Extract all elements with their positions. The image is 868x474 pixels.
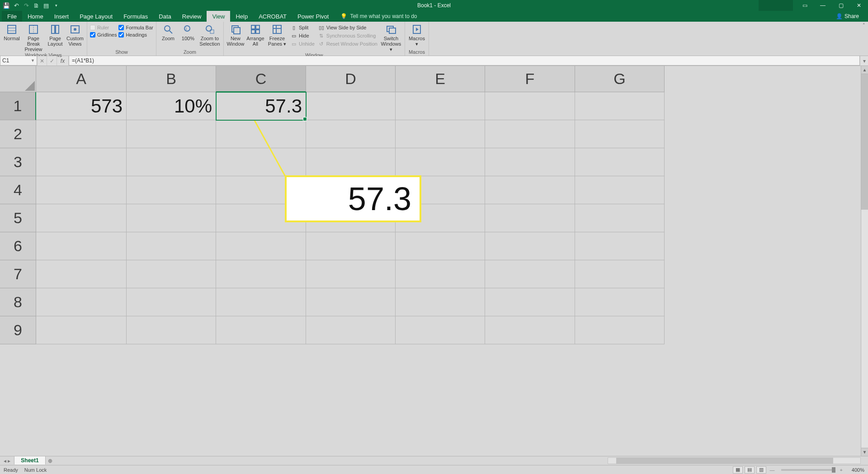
column-header-F[interactable]: F xyxy=(485,66,575,92)
vscroll-thumb[interactable] xyxy=(861,74,868,210)
cell-C8[interactable] xyxy=(216,288,306,316)
cell-C1[interactable]: 57.3 xyxy=(216,92,306,120)
expand-formula-bar-icon[interactable]: ▾ xyxy=(860,56,868,66)
select-all-corner[interactable] xyxy=(0,66,36,92)
tab-acrobat[interactable]: ACROBAT xyxy=(253,11,292,22)
row-header-5[interactable]: 5 xyxy=(0,204,36,232)
column-header-C[interactable]: C xyxy=(216,66,306,92)
account-button[interactable] xyxy=(759,0,793,11)
tab-view[interactable]: View xyxy=(207,11,230,22)
cell-D8[interactable] xyxy=(306,288,396,316)
vscroll-track[interactable] xyxy=(861,74,868,448)
cell-F6[interactable] xyxy=(485,232,575,260)
normal-view-status-button[interactable]: ▦ xyxy=(733,466,743,474)
cell-F7[interactable] xyxy=(485,260,575,288)
new-file-icon[interactable]: 🗎 xyxy=(33,2,40,9)
row-header-4[interactable]: 4 xyxy=(0,176,36,204)
cell-D6[interactable] xyxy=(306,232,396,260)
cell-A1[interactable]: 573 xyxy=(36,92,127,120)
cell-F2[interactable] xyxy=(485,120,575,148)
column-header-G[interactable]: G xyxy=(575,66,665,92)
cell-A7[interactable] xyxy=(36,260,127,288)
row-header-7[interactable]: 7 xyxy=(0,260,36,288)
cell-B1[interactable]: 10% xyxy=(127,92,216,120)
minimize-button[interactable]: — xyxy=(814,0,832,11)
cell-B4[interactable] xyxy=(127,176,216,204)
cell-G9[interactable] xyxy=(575,316,665,344)
synchronous-scrolling-button[interactable]: ⇅Synchronous Scrolling xyxy=(317,32,378,39)
split-button[interactable]: ▯Split xyxy=(290,24,316,31)
tab-review[interactable]: Review xyxy=(177,11,207,22)
cell-B3[interactable] xyxy=(127,148,216,176)
cell-D3[interactable] xyxy=(306,148,396,176)
cell-B9[interactable] xyxy=(127,316,216,344)
page-layout-view-button[interactable]: Page Layout xyxy=(46,23,64,47)
column-header-E[interactable]: E xyxy=(396,66,485,92)
grid[interactable]: ABCDEFG 123456789 57310%57.3 57.3 xyxy=(0,66,861,456)
cell-G5[interactable] xyxy=(575,204,665,232)
cell-E8[interactable] xyxy=(396,288,485,316)
tab-power-pivot[interactable]: Power Pivot xyxy=(292,11,334,22)
cell-F3[interactable] xyxy=(485,148,575,176)
ruler-checkbox[interactable]: Ruler xyxy=(90,25,117,30)
cell-A4[interactable] xyxy=(36,176,127,204)
collapse-ribbon-icon[interactable]: ˄ xyxy=(860,22,868,56)
hide-button[interactable]: ▭Hide xyxy=(290,32,316,39)
cell-D9[interactable] xyxy=(306,316,396,344)
row-header-6[interactable]: 6 xyxy=(0,232,36,260)
cell-E3[interactable] xyxy=(396,148,485,176)
cell-D7[interactable] xyxy=(306,260,396,288)
zoom-slider-knob[interactable] xyxy=(832,467,835,473)
reset-window-position-button[interactable]: ↺Reset Window Position xyxy=(317,40,378,47)
page-layout-status-button[interactable]: ▤ xyxy=(745,466,755,474)
cell-E2[interactable] xyxy=(396,120,485,148)
scroll-down-icon[interactable]: ▼ xyxy=(861,448,868,456)
cell-G1[interactable] xyxy=(575,92,665,120)
cell-B6[interactable] xyxy=(127,232,216,260)
sheet-tab-active[interactable]: Sheet1 xyxy=(14,456,45,465)
cell-B7[interactable] xyxy=(127,260,216,288)
column-header-B[interactable]: B xyxy=(127,66,216,92)
hscroll-thumb[interactable] xyxy=(616,458,833,464)
column-header-A[interactable]: A xyxy=(36,66,127,92)
cell-C9[interactable] xyxy=(216,316,306,344)
row-header-2[interactable]: 2 xyxy=(0,120,36,148)
cell-E9[interactable] xyxy=(396,316,485,344)
formula-input[interactable]: =(A1*B1) xyxy=(69,56,860,66)
qat-customize-icon[interactable]: ▾ xyxy=(52,2,60,9)
cell-A5[interactable] xyxy=(36,204,127,232)
tell-me-search[interactable]: 💡 Tell me what you want to do xyxy=(340,11,417,22)
touch-mode-icon[interactable]: ▤ xyxy=(42,2,50,9)
cell-F9[interactable] xyxy=(485,316,575,344)
zoom-out-button[interactable]: — xyxy=(770,467,775,473)
cell-D2[interactable] xyxy=(306,120,396,148)
cell-E7[interactable] xyxy=(396,260,485,288)
cell-G4[interactable] xyxy=(575,176,665,204)
cell-G2[interactable] xyxy=(575,120,665,148)
formula-cancel-button[interactable]: ✕ xyxy=(37,56,47,66)
redo-icon[interactable]: ↷ xyxy=(23,2,30,9)
cell-G8[interactable] xyxy=(575,288,665,316)
cell-E1[interactable] xyxy=(396,92,485,120)
tab-help[interactable]: Help xyxy=(230,11,253,22)
cell-B5[interactable] xyxy=(127,204,216,232)
zoom-percentage[interactable]: 400% xyxy=(844,467,864,473)
cell-G7[interactable] xyxy=(575,260,665,288)
scroll-up-icon[interactable]: ▲ xyxy=(861,66,868,74)
cell-G3[interactable] xyxy=(575,148,665,176)
normal-view-button[interactable]: Normal xyxy=(3,23,21,41)
name-box-dropdown-icon[interactable]: ▼ xyxy=(31,58,35,63)
formula-enter-button[interactable]: ✓ xyxy=(47,56,57,66)
view-side-by-side-button[interactable]: ▯▯View Side by Side xyxy=(317,24,378,31)
zoom-to-selection-button[interactable]: Zoom to Selection xyxy=(199,23,221,47)
custom-views-button[interactable]: Custom Views xyxy=(66,23,84,47)
cell-A3[interactable] xyxy=(36,148,127,176)
horizontal-scrollbar[interactable] xyxy=(608,457,861,464)
cell-F8[interactable] xyxy=(485,288,575,316)
tab-home[interactable]: Home xyxy=(22,11,49,22)
ribbon-display-options-icon[interactable]: ▭ xyxy=(796,0,814,11)
new-window-button[interactable]: New Window xyxy=(226,23,245,47)
row-header-8[interactable]: 8 xyxy=(0,288,36,316)
undo-icon[interactable]: ↶ xyxy=(13,2,20,9)
arrange-all-button[interactable]: Arrange All xyxy=(246,23,264,47)
